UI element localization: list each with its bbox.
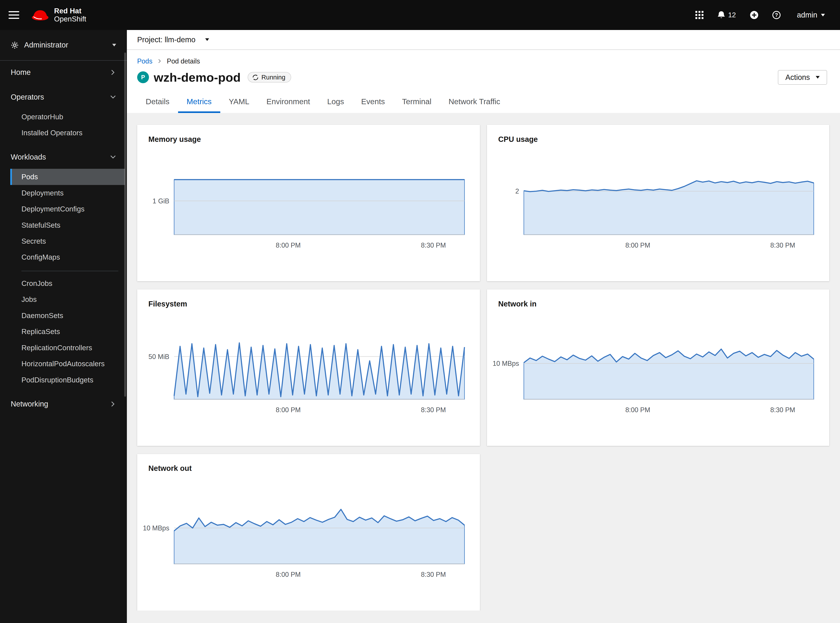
sidebar-item-operators[interactable]: Operators <box>0 89 127 106</box>
svg-text:8:30 PM: 8:30 PM <box>421 406 446 413</box>
filesystem-chart: 50 MiB8:00 PM8:30 PM <box>137 289 480 424</box>
chevron-down-icon <box>821 14 825 17</box>
svg-text:8:00 PM: 8:00 PM <box>276 571 301 578</box>
nav-label: ReplicationControllers <box>21 344 92 352</box>
nav-label: Deployments <box>21 189 64 197</box>
svg-text:8:00 PM: 8:00 PM <box>626 241 650 249</box>
sidebar-item-deploymentconfigs[interactable]: DeploymentConfigs <box>10 201 125 217</box>
chevron-down-icon <box>816 76 820 78</box>
sidebar-item-installed-operators[interactable]: Installed Operators <box>10 125 125 141</box>
sidebar-item-statefulsets[interactable]: StatefulSets <box>10 217 125 233</box>
actions-label: Actions <box>785 73 810 82</box>
tab-events[interactable]: Events <box>353 93 393 113</box>
nav-label: Networking <box>11 400 48 408</box>
nav-label: ReplicaSets <box>21 327 60 336</box>
svg-text:8:30 PM: 8:30 PM <box>421 241 446 249</box>
svg-text:8:00 PM: 8:00 PM <box>626 406 650 413</box>
sidebar-item-home[interactable]: Home <box>0 64 127 81</box>
nav-toggle-hamburger-icon[interactable] <box>9 9 19 21</box>
memory-usage-chart: 1 GiB8:00 PM8:30 PM <box>137 125 480 259</box>
tab-terminal[interactable]: Terminal <box>393 93 440 113</box>
sidebar-nav: Administrator Home Operators OperatorHub <box>0 30 127 623</box>
filesystem-card: 50 MiB8:00 PM8:30 PM Filesystem <box>137 289 480 446</box>
notification-count: 12 <box>728 11 736 19</box>
nav-divider <box>21 271 118 271</box>
nav-label: PodDisruptionBudgets <box>21 376 93 384</box>
sidebar-item-workloads[interactable]: Workloads <box>0 149 127 166</box>
tab-environment[interactable]: Environment <box>258 93 319 113</box>
sidebar-item-cronjobs[interactable]: CronJobs <box>10 275 125 292</box>
sync-icon <box>252 74 259 81</box>
user-menu[interactable]: admin <box>797 11 825 19</box>
tab-yaml[interactable]: YAML <box>220 93 258 113</box>
chevron-down-icon <box>112 44 116 46</box>
tab-network-traffic[interactable]: Network Traffic <box>440 93 509 113</box>
page-title: wzh-demo-pod <box>154 70 241 84</box>
project-selector[interactable]: Project: llm-demo <box>127 30 840 50</box>
perspective-switcher[interactable]: Administrator <box>0 30 127 61</box>
network-in-card: 10 MBps8:00 PM8:30 PM Network in <box>487 289 829 446</box>
card-title: Memory usage <box>148 135 201 144</box>
svg-text:8:00 PM: 8:00 PM <box>276 241 301 249</box>
nav-label: Jobs <box>21 295 37 304</box>
svg-text:50 MiB: 50 MiB <box>148 353 169 360</box>
help-icon[interactable]: ? <box>772 11 781 19</box>
card-title: Filesystem <box>148 300 187 308</box>
notifications-bell-icon[interactable]: 12 <box>717 11 736 19</box>
nav-label: Workloads <box>11 153 46 161</box>
chevron-down-icon <box>110 154 116 160</box>
add-plus-circle-icon[interactable] <box>750 11 758 19</box>
nav-label: Installed Operators <box>21 129 83 137</box>
nav-label: CronJobs <box>21 279 52 288</box>
sidebar-item-horizontalpodautoscalers[interactable]: HorizontalPodAutoscalers <box>10 356 125 372</box>
svg-text:1 GiB: 1 GiB <box>153 197 169 205</box>
pod-resource-badge: P <box>137 71 149 83</box>
project-prefix: Project: <box>137 35 162 44</box>
apps-grid-icon[interactable] <box>695 11 704 19</box>
network-out-card: 10 MBps8:00 PM8:30 PM Network out <box>137 454 480 611</box>
sidebar-item-jobs[interactable]: Jobs <box>10 292 125 308</box>
tab-metrics[interactable]: Metrics <box>178 93 220 113</box>
status-badge: Running <box>248 72 291 83</box>
tab-logs[interactable]: Logs <box>319 93 353 113</box>
sidebar-item-replicasets[interactable]: ReplicaSets <box>10 324 125 340</box>
chevron-down-icon <box>205 38 209 41</box>
tab-bar: Details Metrics YAML Environment Logs Ev… <box>137 93 827 113</box>
card-title: Network out <box>148 464 191 473</box>
sidebar-item-deployments[interactable]: Deployments <box>10 185 125 201</box>
sidebar-item-networking[interactable]: Networking <box>0 396 127 409</box>
svg-text:10 MBps: 10 MBps <box>143 524 169 532</box>
sidebar-item-configmaps[interactable]: ConfigMaps <box>10 249 125 265</box>
nav-label: DaemonSets <box>21 312 63 320</box>
sidebar-item-operatorhub[interactable]: OperatorHub <box>10 109 125 125</box>
svg-text:8:00 PM: 8:00 PM <box>276 406 301 413</box>
svg-text:8:30 PM: 8:30 PM <box>770 241 795 249</box>
sidebar-item-secrets[interactable]: Secrets <box>10 233 125 249</box>
nav-label: ConfigMaps <box>21 253 60 261</box>
cpu-usage-chart: 28:00 PM8:30 PM <box>487 125 829 259</box>
chevron-right-icon <box>110 69 116 75</box>
chevron-right-icon <box>157 57 162 65</box>
page-header: Pods Pod details P wzh-demo-pod Running <box>127 50 840 113</box>
sidebar-item-poddisruptionbudgets[interactable]: PodDisruptionBudgets <box>10 372 125 388</box>
masthead: Red Hat OpenShift 12 <box>0 0 840 30</box>
svg-text:8:30 PM: 8:30 PM <box>421 571 446 578</box>
svg-text:?: ? <box>775 12 778 18</box>
breadcrumb-link-pods[interactable]: Pods <box>137 57 153 65</box>
breadcrumb: Pods Pod details <box>137 57 827 65</box>
nav-label: Secrets <box>21 237 46 246</box>
perspective-label: Administrator <box>24 41 68 49</box>
chevron-down-icon <box>110 94 116 100</box>
sidebar-item-replicationcontrollers[interactable]: ReplicationControllers <box>10 340 125 356</box>
sidebar-item-daemonsets[interactable]: DaemonSets <box>10 308 125 324</box>
sidebar-item-pods[interactable]: Pods <box>10 169 125 185</box>
network-out-chart: 10 MBps8:00 PM8:30 PM <box>137 454 480 588</box>
user-menu-label: admin <box>797 11 817 19</box>
tab-details[interactable]: Details <box>137 93 178 113</box>
actions-button[interactable]: Actions <box>778 70 827 85</box>
chevron-right-icon <box>110 401 116 407</box>
cpu-usage-card: 28:00 PM8:30 PM CPU usage <box>487 125 829 281</box>
sidebar-scrollbar[interactable] <box>124 52 126 397</box>
main-content: Project: llm-demo Pods Pod details P wzh… <box>127 30 840 623</box>
status-text: Running <box>262 74 285 81</box>
